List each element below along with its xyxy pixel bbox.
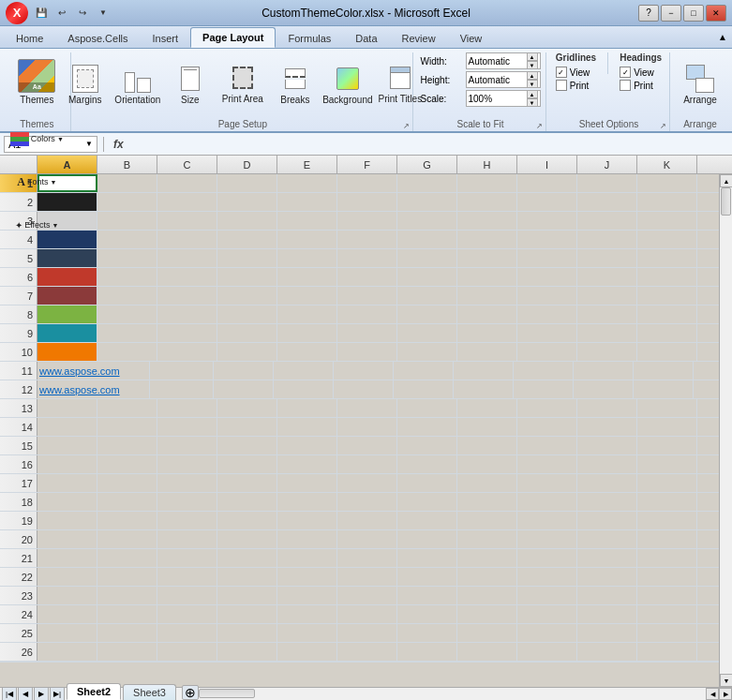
- cell-g5[interactable]: [397, 249, 457, 267]
- cell-e5[interactable]: [277, 249, 337, 267]
- cell-a11[interactable]: www.aspose.com: [37, 362, 150, 380]
- sheet-tab-sheet3[interactable]: Sheet3: [123, 684, 176, 700]
- cell-i10[interactable]: [517, 343, 577, 361]
- cell-k5[interactable]: [637, 249, 697, 267]
- cell-k1[interactable]: [637, 174, 697, 192]
- cell-f3[interactable]: [337, 212, 397, 230]
- row-num-13[interactable]: 13: [0, 399, 37, 417]
- tab-home[interactable]: Home: [4, 27, 55, 48]
- row-num-8[interactable]: 8: [0, 305, 37, 323]
- cell-i2[interactable]: [517, 193, 577, 211]
- tab-view[interactable]: View: [448, 27, 495, 48]
- width-down-btn[interactable]: ▼: [527, 61, 538, 69]
- scale-expand-btn[interactable]: ↗: [534, 121, 544, 130]
- cell-g11[interactable]: [394, 362, 454, 380]
- cell-i12[interactable]: [514, 380, 574, 398]
- cell-b2[interactable]: [97, 193, 157, 211]
- cell-f9[interactable]: [337, 324, 397, 342]
- cell-f4[interactable]: [337, 231, 397, 248]
- minimize-btn[interactable]: −: [661, 5, 681, 22]
- new-sheet-btn[interactable]: ⊕: [182, 685, 199, 700]
- cell-j3[interactable]: [577, 212, 637, 230]
- cell-f11[interactable]: [334, 362, 394, 380]
- cell-j2[interactable]: [577, 193, 637, 211]
- cell-h3[interactable]: [457, 212, 517, 230]
- cell-j10[interactable]: [577, 343, 637, 361]
- cell-h10[interactable]: [457, 343, 517, 361]
- cell-i8[interactable]: [517, 305, 577, 323]
- cell-k12[interactable]: [634, 380, 694, 398]
- cell-b10[interactable]: [97, 343, 157, 361]
- cell-g4[interactable]: [397, 231, 457, 248]
- cell-h4[interactable]: [457, 231, 517, 248]
- col-header-h[interactable]: H: [457, 156, 517, 173]
- cell-k2[interactable]: [637, 193, 697, 211]
- col-header-e[interactable]: E: [277, 156, 337, 173]
- row-num-12[interactable]: 12: [0, 380, 37, 398]
- orientation-btn[interactable]: Orientation: [113, 56, 162, 112]
- cell-d1[interactable]: [217, 174, 277, 192]
- cell-f2[interactable]: [337, 193, 397, 211]
- tab-review[interactable]: Review: [390, 27, 448, 48]
- width-up-btn[interactable]: ▲: [527, 52, 538, 61]
- cell-b4[interactable]: [97, 231, 157, 248]
- row-num-23[interactable]: 23: [0, 587, 37, 604]
- cell-g2[interactable]: [397, 193, 457, 211]
- row-num-22[interactable]: 22: [0, 568, 37, 586]
- gridlines-view-row[interactable]: View: [556, 67, 596, 78]
- quick-access-dropdown[interactable]: ▼: [94, 5, 112, 22]
- tab-insert[interactable]: Insert: [141, 27, 191, 48]
- headings-view-row[interactable]: View: [620, 67, 662, 78]
- formula-input[interactable]: [131, 136, 728, 153]
- cell-k11[interactable]: [634, 362, 694, 380]
- row-num-6[interactable]: 6: [0, 268, 37, 286]
- cell-j7[interactable]: [577, 287, 637, 305]
- cell-j5[interactable]: [577, 249, 637, 267]
- cell-c9[interactable]: [157, 324, 217, 342]
- cell-h8[interactable]: [457, 305, 517, 323]
- cell-b9[interactable]: [97, 324, 157, 342]
- h-scroll-track[interactable]: [199, 688, 706, 700]
- cell-i5[interactable]: [517, 249, 577, 267]
- cell-d3[interactable]: [217, 212, 277, 230]
- save-quick-btn[interactable]: 💾: [32, 5, 51, 22]
- col-header-d[interactable]: D: [217, 156, 277, 173]
- cell-k9[interactable]: [637, 324, 697, 342]
- cell-a7[interactable]: [37, 287, 97, 305]
- cell-c11[interactable]: [154, 362, 214, 380]
- cell-e6[interactable]: [277, 268, 337, 286]
- sheet-tab-sheet2[interactable]: Sheet2: [67, 683, 121, 700]
- row-num-16[interactable]: 16: [0, 455, 37, 473]
- width-input[interactable]: Automatic ▲ ▼: [466, 52, 541, 69]
- cell-k6[interactable]: [637, 268, 697, 286]
- cell-h7[interactable]: [457, 287, 517, 305]
- cell-i6[interactable]: [517, 268, 577, 286]
- themes-btn[interactable]: Aa Themes: [9, 52, 64, 111]
- cell-d11[interactable]: [214, 362, 274, 380]
- row-num-24[interactable]: 24: [0, 605, 37, 623]
- cell-e3[interactable]: [277, 212, 337, 230]
- cell-a8[interactable]: [37, 305, 97, 323]
- cell-e12[interactable]: [274, 380, 334, 398]
- cell-d12[interactable]: [214, 380, 274, 398]
- cell-a6[interactable]: [37, 268, 97, 286]
- background-btn[interactable]: Background: [323, 56, 372, 112]
- cell-i11[interactable]: [514, 362, 574, 380]
- cell-f8[interactable]: [337, 305, 397, 323]
- col-header-f[interactable]: F: [337, 156, 397, 173]
- cell-f6[interactable]: [337, 268, 397, 286]
- close-btn[interactable]: ✕: [706, 5, 726, 22]
- headings-print-checkbox[interactable]: [620, 80, 631, 91]
- cell-i7[interactable]: [517, 287, 577, 305]
- arrange-btn[interactable]: Arrange: [680, 56, 721, 112]
- cell-g7[interactable]: [397, 287, 457, 305]
- cell-i9[interactable]: [517, 324, 577, 342]
- cell-d5[interactable]: [217, 249, 277, 267]
- cell-e11[interactable]: [274, 362, 334, 380]
- cell-a5[interactable]: [37, 249, 97, 267]
- cell-c3[interactable]: [157, 212, 217, 230]
- sheet-tab-prev-btn[interactable]: ◀: [18, 687, 33, 701]
- tab-page-layout[interactable]: Page Layout: [190, 27, 276, 48]
- cell-e7[interactable]: [277, 287, 337, 305]
- size-btn[interactable]: Size: [166, 56, 215, 112]
